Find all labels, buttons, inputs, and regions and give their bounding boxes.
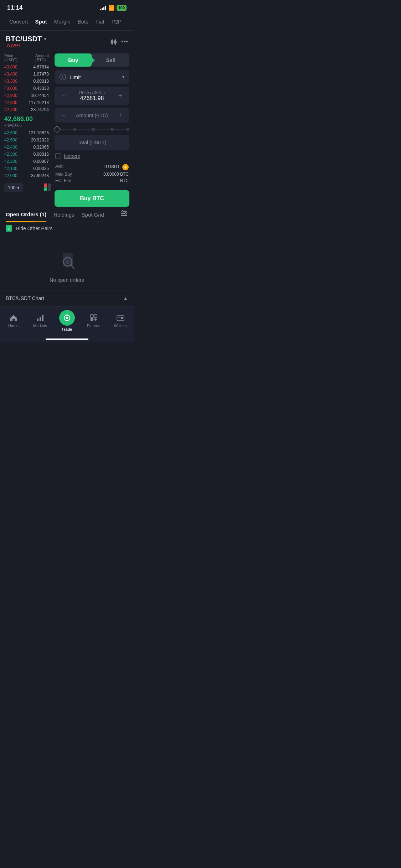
- wifi-icon: 📶: [108, 5, 114, 11]
- nav-label-home: Home: [8, 324, 19, 328]
- amount-decrease-button[interactable]: −: [60, 112, 68, 119]
- battery-indicator: 100: [117, 5, 127, 11]
- pair-dropdown-icon[interactable]: ▼: [43, 37, 47, 42]
- tab-fiat[interactable]: Fiat: [92, 17, 108, 26]
- signal-icon: [100, 6, 106, 10]
- no-orders-text: No open orders: [50, 277, 84, 283]
- svg-rect-1: [48, 184, 51, 187]
- nav-label-wallets: Wallets: [114, 324, 127, 328]
- order-type-selector[interactable]: i Limit ▾: [55, 70, 129, 84]
- amount-slider[interactable]: [55, 125, 129, 135]
- svg-point-7: [125, 213, 127, 215]
- total-input-field[interactable]: Total (USDT): [55, 135, 129, 150]
- price-value[interactable]: 42681.98: [80, 95, 104, 102]
- nav-item-home[interactable]: Home: [0, 314, 27, 328]
- tab-margin[interactable]: Margin: [51, 17, 74, 26]
- main-content: Price(USDT) Amount(BTC) 43,800 4.67814 4…: [0, 51, 134, 207]
- total-label: Total (USDT): [78, 140, 107, 145]
- ob-sell-orders: 43,800 4.67814 43,400 1.07470 43,300 0.0…: [4, 63, 52, 113]
- tab-convert[interactable]: Convert: [6, 17, 32, 26]
- ob-sell-row: 43,300 0.00013: [4, 78, 52, 85]
- price-decrease-button[interactable]: −: [60, 92, 68, 100]
- avbl-value: 0 USDT +: [104, 164, 129, 170]
- sell-tab[interactable]: Sell: [92, 53, 129, 67]
- nav-item-markets[interactable]: Markets: [27, 314, 53, 328]
- depth-chevron-icon: ▾: [17, 185, 20, 190]
- trade-icon: [63, 314, 71, 322]
- pair-name[interactable]: BTC/USDT ▼: [6, 35, 47, 43]
- chart-bar[interactable]: BTC/USDT Chart ▲: [0, 290, 134, 306]
- tab-p2p[interactable]: P2P: [108, 17, 125, 26]
- svg-point-17: [66, 317, 68, 319]
- est-fee-value: -- BTC: [116, 178, 129, 183]
- depth-grid-icon[interactable]: [43, 183, 52, 192]
- nav-label-futures: Futures: [87, 324, 100, 328]
- iceberg-row: Iceberg: [55, 153, 129, 159]
- hide-pairs-checkbox[interactable]: ✓: [6, 225, 12, 232]
- iceberg-checkbox[interactable]: [55, 153, 61, 159]
- max-buy-row: Max Buy 0.00000 BTC: [55, 172, 129, 177]
- chart-bar-label: BTC/USDT Chart: [6, 295, 44, 301]
- svg-rect-8: [121, 215, 127, 216]
- header-actions: ⧫⧫ •••: [110, 38, 128, 46]
- more-options-icon[interactable]: •••: [121, 38, 128, 46]
- max-buy-value: 0.00000 BTC: [103, 172, 129, 177]
- svg-rect-21: [91, 318, 93, 321]
- depth-selector[interactable]: 100 ▾: [4, 183, 23, 192]
- tab-holdings[interactable]: Holdings: [53, 212, 74, 221]
- ob-buy-row: 42,400 0.32065: [4, 144, 52, 151]
- nav-item-trade[interactable]: Trade: [53, 310, 80, 331]
- ob-buy-orders: 42,600 131.10825 42,500 20.92022 42,400 …: [4, 129, 52, 179]
- hide-pairs-label: Hide Other Pairs: [16, 226, 52, 231]
- ob-sell-row: 43,400 1.07470: [4, 71, 52, 78]
- price-label: Price (USDT): [79, 90, 104, 95]
- add-funds-button[interactable]: +: [122, 164, 129, 170]
- orders-filter-icon[interactable]: [120, 210, 128, 219]
- svg-rect-0: [44, 184, 47, 187]
- ob-buy-row: 42,300 0.00016: [4, 151, 52, 158]
- amount-placeholder[interactable]: Amount (BTC): [76, 113, 108, 118]
- ob-sell-row: 42,700 23.74794: [4, 106, 52, 113]
- buy-btc-button[interactable]: Buy BTC: [55, 190, 129, 207]
- depth-controls: 100 ▾: [4, 179, 52, 192]
- slider-handle[interactable]: [53, 126, 61, 133]
- tab-bots[interactable]: Bots: [74, 17, 92, 26]
- buy-tab[interactable]: Buy: [55, 53, 92, 67]
- ob-buy-row: 42,600 131.10825: [4, 129, 52, 136]
- price-increase-button[interactable]: +: [116, 92, 124, 100]
- ob-header: Price(USDT) Amount(BTC): [4, 53, 52, 63]
- bottom-nav: Home Markets Trade Futures: [0, 306, 134, 339]
- ob-buy-row: 42,200 0.00367: [4, 158, 52, 165]
- trade-panel: Buy Sell i Limit ▾ − Price (USDT) 42681.…: [52, 51, 134, 207]
- svg-rect-23: [121, 317, 123, 319]
- amount-increase-button[interactable]: +: [116, 112, 124, 119]
- svg-rect-19: [91, 315, 93, 317]
- ob-mid-usd: ≈ $42,686: [4, 123, 52, 127]
- empty-orders-state: No open orders: [6, 236, 128, 290]
- ob-buy-row: 42,500 20.92022: [4, 136, 52, 144]
- status-time: 11:14: [7, 4, 22, 11]
- nav-label-trade: Trade: [62, 327, 72, 331]
- tab-spot-grid[interactable]: Spot Grid: [82, 212, 104, 221]
- svg-rect-3: [48, 187, 51, 191]
- tab-open-orders[interactable]: Open Orders (1): [6, 211, 46, 222]
- amount-input-field: − Amount (BTC) +: [55, 108, 129, 123]
- chart-layout-icon[interactable]: ⧫⧫: [110, 38, 117, 46]
- svg-point-5: [122, 211, 124, 212]
- price-input-field: − Price (USDT) 42681.98 +: [55, 87, 129, 105]
- chart-bar-expand-icon[interactable]: ▲: [123, 295, 128, 301]
- nav-item-wallets[interactable]: Wallets: [107, 314, 134, 328]
- orders-tabs-row: Open Orders (1) Holdings Spot Grid: [6, 207, 128, 222]
- nav-item-futures[interactable]: Futures: [80, 314, 107, 328]
- avbl-row: Avbl 0 USDT +: [55, 164, 129, 170]
- tab-spot[interactable]: Spot: [32, 17, 51, 26]
- ob-sell-row: 43,800 4.67814: [4, 63, 52, 71]
- svg-rect-14: [40, 317, 41, 321]
- ob-buy-row: 42,000 37.99243: [4, 172, 52, 179]
- wallets-icon: [116, 314, 125, 322]
- status-icons: 📶 100: [100, 5, 127, 11]
- trading-header: BTC/USDT ▼ -0.85% ⧫⧫ •••: [0, 31, 134, 51]
- order-type-label: Limit: [70, 74, 122, 80]
- svg-rect-20: [94, 315, 97, 317]
- home-indicator: [0, 339, 134, 342]
